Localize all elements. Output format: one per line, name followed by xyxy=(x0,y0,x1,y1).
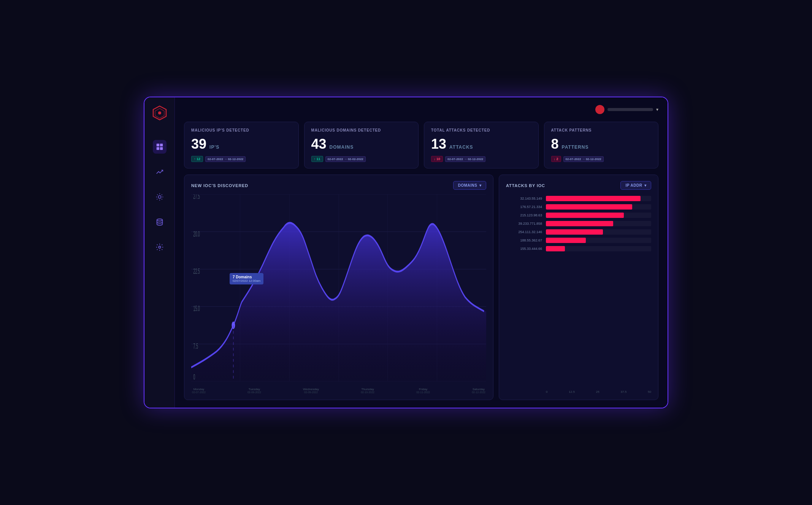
area-chart-svg: 27.5 20.0 22.5 15.0 7.5 0 xyxy=(191,194,486,381)
x-label-2: Wednesday 02-09-2022 xyxy=(303,387,319,394)
stat-badge-row-domains: ↑ 11 02-07-2022 → 02-02-2022 xyxy=(311,156,412,162)
stat-number-attacks: 13 xyxy=(431,136,446,152)
stat-badge-row-patterns: ↓ 2 02-07-2022 → 02-12-2022 xyxy=(551,156,652,162)
badge-delta-patterns: ↓ 2 xyxy=(551,156,561,162)
badge-date-ips: 02-07-2022 → 02-12-2022 xyxy=(205,156,246,162)
badge-date-patterns: 02-07-2022 → 02-12-2022 xyxy=(563,156,604,162)
bar-label-1: 176.57.21.334 xyxy=(506,205,542,209)
x-label-1: Tuesday 02-08-2022 xyxy=(247,387,261,394)
svg-text:20.0: 20.0 xyxy=(193,230,200,238)
bar-x-2: 25 xyxy=(596,390,599,394)
bar-x-0: 0 xyxy=(546,390,547,394)
bar-x-4: 50 xyxy=(648,390,651,394)
svg-text:7.5: 7.5 xyxy=(193,342,198,350)
stat-title-patterns: ATTACK PATTERNS xyxy=(551,128,652,132)
bar-row-5: 188.55.362.67 xyxy=(506,238,651,243)
stat-title-domains: MALICIOUS DOMAINS DETECTED xyxy=(311,128,412,132)
svg-rect-4 xyxy=(160,144,162,146)
bar-track-1 xyxy=(546,204,651,210)
svg-point-9 xyxy=(159,246,161,248)
bar-row-3: 39.233.771.858 xyxy=(506,221,651,226)
sidebar-item-analytics[interactable] xyxy=(153,165,167,179)
bar-chart-container: 32.143.55.149 176.57.21.334 215.123.98.6… xyxy=(506,194,651,383)
svg-point-2 xyxy=(158,111,161,114)
area-chart-container: 27.5 20.0 22.5 15.0 7.5 0 7 Domains 02/0… xyxy=(191,194,486,381)
stat-number-domains: 43 xyxy=(311,136,327,152)
badge-date-attacks: 02-07-2022 → 02-12-2022 xyxy=(445,156,485,162)
ioc-chart-header: NEW IOC'S DISCOVERED DOMAINS ▾ xyxy=(191,181,486,190)
sidebar-item-database[interactable] xyxy=(153,215,167,229)
svg-text:27.5: 27.5 xyxy=(193,194,200,200)
stat-unit-ips: IP'S xyxy=(209,145,219,150)
badge-delta-domains: ↑ 11 xyxy=(311,156,323,162)
ioc-filter-button[interactable]: DOMAINS ▾ xyxy=(453,181,486,190)
stat-title-malicious-ips: MALICIOUS IP'S DETECTED xyxy=(191,128,292,132)
bar-label-4: 254.111.32.146 xyxy=(506,230,542,234)
stat-card-total-attacks: TOTAL ATTACKS DETECTED 13 ATTACKS ↓ 10 0… xyxy=(424,122,539,168)
svg-rect-6 xyxy=(160,147,162,150)
ioc-chart-card: NEW IOC'S DISCOVERED DOMAINS ▾ xyxy=(184,175,493,400)
bar-label-0: 32.143.55.149 xyxy=(506,197,542,200)
chevron-down-icon: ▾ xyxy=(656,107,658,112)
bar-fill-2 xyxy=(546,213,624,218)
bar-fill-4 xyxy=(546,229,603,235)
chevron-down-icon: ▾ xyxy=(479,183,482,187)
bar-label-5: 188.55.362.67 xyxy=(506,238,542,242)
sidebar-item-settings[interactable] xyxy=(153,240,167,254)
bar-fill-6 xyxy=(546,246,565,251)
stat-number-patterns: 8 xyxy=(551,136,559,152)
bar-label-2: 215.123.98.63 xyxy=(506,213,542,217)
stat-unit-patterns: PATTERNS xyxy=(562,145,589,150)
bar-label-3: 39.233.771.858 xyxy=(506,222,542,226)
x-axis-labels: Monday 02-07-2022 Tuesday 02-08-2022 Wed… xyxy=(191,387,486,394)
x-label-4: Friday 02-11-2022 xyxy=(416,387,430,394)
charts-row: NEW IOC'S DISCOVERED DOMAINS ▾ xyxy=(184,175,658,400)
stat-value-row: 8 PATTERNS xyxy=(551,136,652,152)
svg-point-7 xyxy=(158,195,161,198)
stat-card-malicious-ips: MALICIOUS IP'S DETECTED 39 IP'S ↑ 12 02-… xyxy=(184,122,299,168)
bar-row-1: 176.57.21.334 xyxy=(506,204,651,210)
attacks-filter-button[interactable]: IP ADDR ▾ xyxy=(620,181,651,190)
avatar xyxy=(595,105,604,114)
bar-x-3: 37.5 xyxy=(621,390,627,394)
chevron-down-icon: ▾ xyxy=(644,183,647,187)
stat-badge-row-attacks: ↓ 10 02-07-2022 → 02-12-2022 xyxy=(431,156,531,162)
stat-number-ips: 39 xyxy=(191,136,206,152)
stat-card-attack-patterns: ATTACK PATTERNS 8 PATTERNS ↓ 2 02-07-202… xyxy=(544,122,659,168)
stat-title-attacks: TOTAL ATTACKS DETECTED xyxy=(431,128,531,132)
bar-fill-1 xyxy=(546,204,632,210)
svg-rect-5 xyxy=(156,147,159,150)
stats-row: MALICIOUS IP'S DETECTED 39 IP'S ↑ 12 02-… xyxy=(184,122,658,168)
sidebar-item-dashboard[interactable] xyxy=(153,140,167,154)
main-content: ▾ MALICIOUS IP'S DETECTED 39 IP'S ↑ 12 0… xyxy=(175,97,668,408)
ioc-chart-title: NEW IOC'S DISCOVERED xyxy=(191,183,248,188)
x-label-3: Thursday 02-10-2022 xyxy=(361,387,374,394)
svg-text:0: 0 xyxy=(193,373,195,381)
user-name-bar xyxy=(607,108,653,111)
svg-text:15.0: 15.0 xyxy=(193,304,200,313)
bar-fill-5 xyxy=(546,238,586,243)
bar-row-2: 215.123.98.63 xyxy=(506,213,651,218)
bar-x-axis: 0 12.5 25 37.5 50 xyxy=(506,390,651,394)
bar-fill-3 xyxy=(546,221,613,226)
bar-x-1: 12.5 xyxy=(569,390,575,394)
bar-track-5 xyxy=(546,238,651,243)
bar-row-4: 254.111.32.146 xyxy=(506,229,651,235)
svg-point-8 xyxy=(157,219,162,221)
sidebar-item-intelligence[interactable] xyxy=(153,190,167,204)
ioc-filter-label: DOMAINS xyxy=(458,183,477,187)
stat-badge-row-ips: ↑ 12 02-07-2022 → 02-12-2022 xyxy=(191,156,292,162)
stat-unit-domains: DOMAINS xyxy=(330,145,354,150)
stat-card-malicious-domains: MALICIOUS DOMAINS DETECTED 43 DOMAINS ↑ … xyxy=(304,122,419,168)
user-info[interactable]: ▾ xyxy=(595,105,658,114)
app-logo[interactable] xyxy=(152,105,168,121)
bar-track-4 xyxy=(546,229,651,235)
bar-track-0 xyxy=(546,196,651,201)
badge-delta-attacks: ↓ 10 xyxy=(431,156,443,162)
attacks-chart-title: ATTACKS BY IOC xyxy=(506,183,545,188)
stat-value-row: 39 IP'S xyxy=(191,136,292,152)
sidebar xyxy=(144,97,175,408)
svg-rect-3 xyxy=(156,144,159,146)
header-bar: ▾ xyxy=(184,105,658,116)
svg-text:22.5: 22.5 xyxy=(193,267,200,275)
